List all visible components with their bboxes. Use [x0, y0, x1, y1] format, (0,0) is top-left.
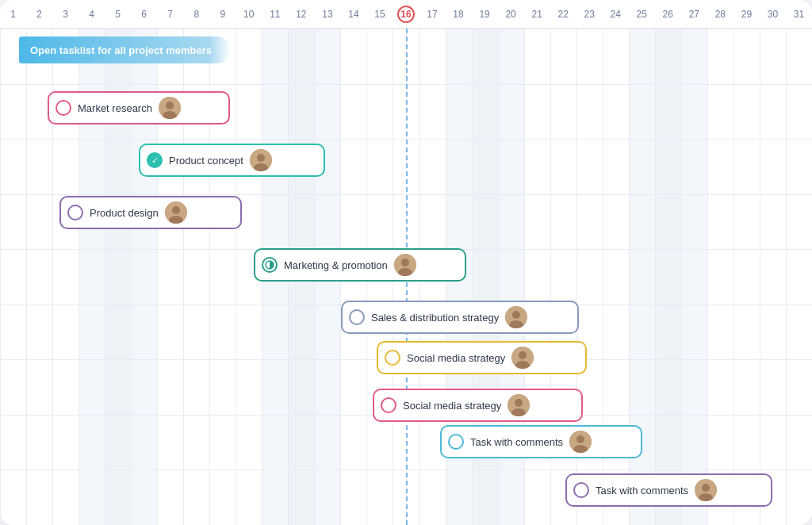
- banner: Open tasklist for all project members: [19, 36, 231, 63]
- day-cell-28: 28: [707, 0, 733, 29]
- task-card-t5[interactable]: Sales & distribution strategy: [341, 301, 579, 334]
- task-icon-t4: [262, 257, 278, 273]
- day-cell-24: 24: [603, 0, 629, 29]
- day-cell-21: 21: [524, 0, 550, 29]
- day-cell-26: 26: [655, 0, 681, 29]
- day-cell-6: 6: [131, 0, 157, 29]
- task-label-t8: Task with comments: [470, 436, 563, 448]
- svg-point-11: [401, 259, 409, 266]
- day-cell-27: 27: [681, 0, 707, 29]
- task-icon-t7: [381, 397, 396, 413]
- task-label-t9: Task with comments: [596, 485, 688, 496]
- day-cell-31: 31: [786, 0, 812, 29]
- task-label-t4: Marketing & promotion: [284, 259, 388, 271]
- day-cell-16: 16: [393, 0, 419, 29]
- task-label-t2: Product concept: [169, 155, 243, 167]
- day-cell-22: 22: [550, 0, 576, 29]
- chart-container: 1234567891011121314151617181920212223242…: [0, 0, 812, 525]
- task-avatar-t8: [569, 431, 592, 453]
- day-cell-25: 25: [629, 0, 655, 29]
- day-cell-2: 2: [26, 0, 52, 29]
- task-avatar-t1: [159, 97, 181, 119]
- task-icon-t1: [56, 100, 71, 116]
- task-icon-t8: [448, 434, 464, 450]
- header-row: 1234567891011121314151617181920212223242…: [0, 0, 812, 29]
- svg-point-1: [166, 102, 174, 109]
- task-label-t5: Sales & distribution strategy: [371, 312, 499, 324]
- day-cell-20: 20: [498, 0, 524, 29]
- day-cell-7: 7: [157, 0, 183, 29]
- task-icon-t5: [349, 309, 365, 325]
- day-cell-10: 10: [236, 0, 262, 29]
- day-cell-11: 11: [262, 0, 288, 29]
- main-area: Open tasklist for all project members Ma…: [0, 29, 812, 525]
- task-label-t7: Social media strategy: [403, 400, 501, 412]
- day-cell-5: 5: [105, 0, 131, 29]
- day-cell-30: 30: [760, 0, 786, 29]
- task-icon-t3: [67, 205, 83, 220]
- task-avatar-t3: [165, 201, 187, 224]
- task-avatar-t7: [508, 394, 530, 416]
- banner-text: Open tasklist for all project members: [30, 44, 212, 56]
- day-cell-18: 18: [446, 0, 472, 29]
- task-label-t3: Product design: [90, 207, 159, 219]
- task-avatar-t6: [511, 347, 534, 369]
- svg-point-4: [257, 154, 265, 162]
- day-cell-15: 15: [366, 0, 393, 29]
- day-cell-1: 1: [0, 0, 26, 29]
- svg-point-20: [515, 399, 523, 407]
- svg-point-7: [172, 206, 180, 214]
- day-cell-3: 3: [52, 0, 79, 29]
- day-cell-29: 29: [733, 0, 760, 29]
- svg-point-23: [576, 435, 584, 443]
- task-avatar-t2: [250, 149, 272, 171]
- day-cell-9: 9: [209, 0, 236, 29]
- task-card-t9[interactable]: Task with comments: [565, 473, 772, 507]
- task-icon-t2: ✓: [147, 152, 163, 168]
- day-cell-19: 19: [472, 0, 498, 29]
- task-card-t2[interactable]: ✓Product concept: [139, 144, 325, 177]
- day-cell-23: 23: [576, 0, 603, 29]
- day-cell-8: 8: [183, 0, 209, 29]
- day-cell-13: 13: [314, 0, 340, 29]
- day-cell-14: 14: [340, 0, 366, 29]
- task-icon-t6: [385, 350, 400, 366]
- task-card-t8[interactable]: Task with comments: [440, 425, 642, 458]
- task-card-t6[interactable]: Social media strategy: [377, 341, 587, 374]
- task-card-t3[interactable]: Product design: [59, 196, 242, 229]
- svg-point-17: [519, 351, 527, 359]
- task-avatar-t5: [505, 306, 527, 328]
- task-label-t1: Market research: [78, 102, 152, 114]
- task-label-t6: Social media strategy: [407, 352, 505, 364]
- day-cell-4: 4: [79, 0, 105, 29]
- task-icon-t9: [573, 482, 589, 498]
- task-card-t7[interactable]: Social media strategy: [373, 389, 583, 422]
- day-cell-17: 17: [419, 0, 446, 29]
- task-card-t1[interactable]: Market research: [48, 91, 230, 125]
- day-cell-12: 12: [288, 0, 314, 29]
- task-card-t4[interactable]: Marketing & promotion: [254, 248, 466, 282]
- task-avatar-t9: [695, 479, 717, 501]
- task-avatar-t4: [394, 254, 416, 276]
- svg-point-14: [512, 311, 520, 319]
- svg-point-26: [702, 484, 710, 492]
